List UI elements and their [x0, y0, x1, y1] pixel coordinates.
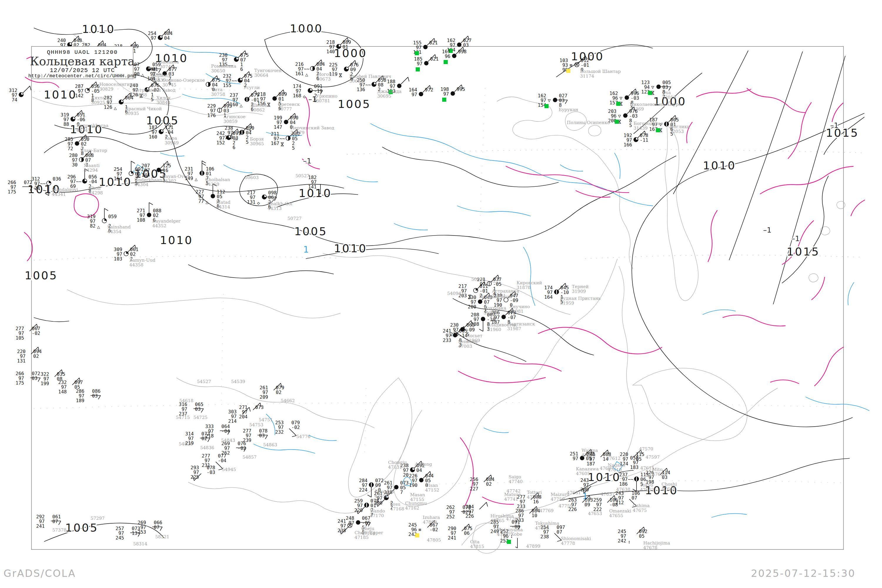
dewpoint-value: 252 [446, 514, 455, 519]
weather-symbol-icon: ∼∼ [231, 78, 237, 84]
station-name: 54945 [222, 467, 236, 472]
station-name: 47631 [567, 490, 581, 495]
station-id: 47610 [608, 467, 622, 472]
dewpoint-value: 72 [68, 146, 73, 152]
station-id: 47168 [390, 506, 404, 512]
place-label: 47769 [540, 508, 554, 513]
station-id: 31981 [510, 309, 524, 314]
dewpoint-value: 175 [8, 189, 16, 195]
place-label: Saigo47740 [508, 474, 523, 484]
station-id: 47800 [423, 519, 437, 525]
station-name: 47637 [601, 492, 615, 497]
cloud-cover-icon [457, 43, 462, 47]
station-id: 31961 [484, 310, 498, 315]
place-label: 57378 [52, 527, 66, 533]
place-label: 47637 [601, 492, 615, 497]
cloud-cover-icon [423, 45, 428, 50]
cloud-cover-icon [502, 315, 506, 319]
past-weather-symbol-icon: △ [305, 72, 308, 77]
place-label: 54539 [231, 379, 245, 384]
past-weather-symbol-icon: ◇ [303, 94, 306, 99]
pressure-tendency-value: 09 [585, 502, 590, 507]
pressure-value: 036 [52, 176, 61, 182]
green-precip-square [615, 120, 619, 124]
green-precip-square [507, 540, 511, 544]
dewpoint-value: 183 [630, 465, 639, 470]
place-label: 50978 [471, 277, 485, 282]
dewpoint-value: 186 [619, 481, 628, 487]
place-label: 47612 [606, 456, 621, 461]
past-weather-symbol-icon: : [628, 539, 631, 544]
green-precip-square [616, 102, 620, 106]
cloud-code2-value: 5 [629, 123, 632, 128]
cloud-code2-value: 5 [246, 140, 249, 145]
station-id: 47895 [535, 525, 549, 531]
wind-barb-icon [23, 86, 30, 93]
place-label: Wando47170 [370, 508, 385, 518]
weather-symbol-icon: ▽ [548, 98, 550, 103]
isobar-label: 1010 [82, 22, 115, 36]
dewpoint-value: 241 [448, 535, 456, 541]
visibility-value: 97 [573, 456, 578, 461]
station-name: 54857 [243, 454, 256, 460]
weather-symbol-icon: ▽ [620, 95, 622, 101]
station-name: 47597 [646, 454, 660, 460]
place-label: Кыра30949 [165, 135, 179, 146]
station-name: 47742 [507, 488, 520, 494]
station-id: 44302 [162, 178, 176, 184]
station-name: 47805 [427, 537, 441, 543]
station-id: 47887 [497, 532, 511, 537]
place-label: 47638 [616, 487, 630, 492]
place-label: Кяхта30925 [91, 95, 105, 105]
cloud-cover-icon [75, 141, 80, 146]
cloud-cover-icon [452, 54, 457, 58]
visibility-value: 97 [480, 281, 485, 287]
dewpoint-value: 242 [618, 538, 626, 544]
isobar-label: 1000 [290, 22, 323, 35]
past-weather-symbol-icon: ⋈ [280, 142, 285, 147]
pressure-tendency-value: 05 [639, 533, 645, 539]
station-name: 57378 [52, 527, 66, 533]
weather-symbol-icon: ∼∼ [365, 82, 371, 88]
dewpoint-value: 238 [540, 534, 549, 540]
pressure-tendency-value: 02 [462, 509, 468, 515]
station-id: 47152 [425, 488, 439, 493]
station-name: 54776 [296, 434, 310, 439]
dewpoint-value: 77 [198, 198, 204, 204]
place-label: Andong [414, 462, 432, 467]
place-label: Ulsan47152 [425, 483, 439, 493]
station-id: 30741 [160, 64, 174, 69]
station-name: 57297 [90, 516, 105, 521]
dewpoint-value: 24 [34, 186, 40, 191]
place-label: 50527 [296, 173, 310, 178]
station-name: 54836 [200, 445, 214, 450]
station-id: 47162 [405, 506, 419, 511]
station-id: 47648 [662, 486, 676, 492]
isobar-label: 1010 [44, 88, 77, 101]
visibility-value: 97 [151, 35, 156, 41]
dewpoint-value: 187 [586, 461, 595, 466]
green-precip-square [415, 51, 419, 55]
green-precip-square [442, 98, 446, 102]
green-precip-square [416, 68, 420, 72]
cloud-cover-icon [147, 213, 152, 217]
cloud-code-value: 7 [400, 489, 403, 495]
dewpoint-value: 147 [274, 124, 282, 130]
past-weather-symbol-icon: △ [240, 103, 243, 108]
station-id: 30745 [162, 82, 176, 88]
cloud-cover-icon [419, 92, 423, 96]
grads-credit: GrADS/COLA [3, 567, 76, 579]
dewpoint-value: 200 [468, 304, 476, 310]
isobar-label: 1015 [787, 245, 820, 258]
place-label: Усугли [243, 85, 260, 90]
place-label: Tokyo47662 [640, 483, 654, 492]
dewpoint-value: 154 [114, 176, 122, 182]
render-timestamp: 2025-07-12-15:30 [751, 567, 855, 579]
place-label: 47653 [588, 511, 602, 516]
past-weather-symbol-icon: △ [97, 224, 100, 230]
station-name: Полины Осипенко [567, 120, 610, 125]
pressure-change-label: –1 [303, 157, 311, 165]
dewpoint-value: 140 [326, 49, 335, 54]
station-name: Пограничный [479, 294, 512, 299]
dewpoint-value: 232 [275, 429, 284, 435]
